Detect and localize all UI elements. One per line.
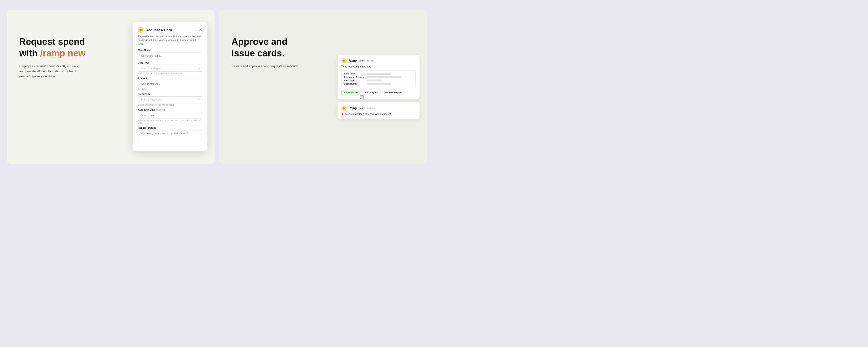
slack-message-1: TK is requesting a new card. bbox=[341, 65, 416, 68]
slack-field-card-name: Card Name: bbox=[344, 72, 413, 75]
right-subtext: Review and approve spend requests in sec… bbox=[231, 64, 299, 69]
frequency-select-wrapper: Select a frequency... bbox=[138, 96, 202, 103]
slack-field-spend-limit: Spend Limit: bbox=[344, 83, 413, 85]
slack-ramp-logo-2: 🐦 bbox=[341, 105, 347, 111]
frequency-label: Frequency bbox=[138, 93, 202, 95]
modal-title-row: 🐦 Request a Card bbox=[138, 27, 172, 33]
modal-close-button[interactable]: ✕ bbox=[199, 28, 202, 32]
modal-header: 🐦 Request a Card ✕ bbox=[138, 27, 202, 33]
heading-line1: Request spend bbox=[19, 37, 85, 47]
cursor-icon bbox=[360, 95, 365, 100]
slack-app-name-1: Ramp bbox=[349, 59, 356, 62]
left-subtext: Employees request spend directly in Slac… bbox=[19, 64, 82, 79]
slack-app-badge-2: APP bbox=[359, 107, 364, 109]
slack-card-1-header: 🐦 Ramp APP 1m ago bbox=[341, 58, 416, 63]
autolock-input[interactable] bbox=[138, 112, 202, 119]
modal-wrapper: 🐦 Request a Card ✕ Request a new card wi… bbox=[133, 22, 207, 151]
card-type-label: Card Type bbox=[138, 61, 202, 64]
slack-app-badge-1: APP bbox=[359, 60, 364, 62]
slack-time-1: 1m ago bbox=[367, 60, 374, 62]
slack-field-card-type: Card Type: bbox=[344, 79, 413, 82]
heading-highlight: /ramp new bbox=[40, 48, 86, 58]
frequency-select[interactable]: Select a frequency... bbox=[138, 96, 202, 103]
card-name-input[interactable] bbox=[138, 53, 202, 59]
left-content: Request spend with /ramp new Employees r… bbox=[19, 24, 86, 79]
slack-messages-wrapper: 🐦 Ramp APP 1m ago TK is requesting a new… bbox=[338, 55, 420, 119]
autolock-label: Auto-lock Date (optional) bbox=[138, 108, 202, 111]
right-heading: Approve and issue cards. bbox=[231, 36, 299, 59]
autolock-optional: (optional) bbox=[156, 108, 166, 111]
ramp-logo-icon: 🐦 bbox=[138, 27, 144, 33]
right-panel: Approve and issue cards. Review and appr… bbox=[219, 10, 427, 164]
frequency-group: Frequency Select a frequency... Select w… bbox=[138, 93, 202, 106]
card-type-select[interactable]: Select a card type... bbox=[138, 65, 202, 71]
frequency-note: Select when the the limit should reset. bbox=[138, 104, 202, 106]
autolock-group: Auto-lock Date (optional) Prevent any ne… bbox=[138, 108, 202, 124]
slack-card-2: 🐦 Ramp APP Just now 🎉 Your request for a… bbox=[338, 102, 420, 119]
main-container: Request spend with /ramp new Employees r… bbox=[7, 10, 427, 164]
slack-field-spend-limit-value bbox=[367, 83, 391, 85]
amount-label: Amount bbox=[138, 77, 202, 80]
card-name-label: Card Name bbox=[138, 49, 202, 52]
slack-field-reason-value bbox=[367, 76, 401, 78]
slack-action-buttons: Approve Card Edit Request Decline Reques… bbox=[341, 90, 416, 95]
slack-message-2: 🎉 Your request for a new card was approv… bbox=[341, 113, 416, 116]
card-name-group: Card Name bbox=[138, 49, 202, 59]
heading-line2: with bbox=[19, 48, 40, 58]
slack-field-reason: Reason for Request: bbox=[344, 76, 413, 78]
approve-card-button[interactable]: Approve Card bbox=[341, 90, 361, 95]
amount-group: Amount Ex. $100 bbox=[138, 77, 202, 90]
slack-field-card-type-value bbox=[367, 80, 382, 82]
modal-title: Request a Card bbox=[146, 28, 172, 32]
modal-description: Request a new card with its own limit an… bbox=[138, 35, 202, 45]
request-details-label: Request Details bbox=[138, 127, 202, 129]
right-heading-line2: issue cards. bbox=[231, 48, 284, 58]
amount-note: Ex. $100 bbox=[138, 88, 202, 90]
slack-app-name-2: Ramp bbox=[349, 106, 356, 110]
slack-card-1: 🐦 Ramp APP 1m ago TK is requesting a new… bbox=[338, 55, 420, 99]
request-details-textarea[interactable] bbox=[138, 130, 202, 142]
decline-request-button[interactable]: Decline Request bbox=[383, 90, 405, 95]
request-details-group: Request Details bbox=[138, 127, 202, 143]
left-panel: Request spend with /ramp new Employees r… bbox=[7, 10, 215, 164]
slack-card-2-header: 🐦 Ramp APP Just now bbox=[341, 105, 416, 111]
card-type-group: Card Type Select a card type... Note: Ma… bbox=[138, 61, 202, 75]
autolock-note: Prevent any new transactions on this car… bbox=[138, 119, 202, 124]
left-heading: Request spend with /ramp new bbox=[19, 36, 86, 59]
card-type-select-wrapper: Select a card type... bbox=[138, 65, 202, 71]
amount-input[interactable] bbox=[138, 81, 202, 87]
edit-request-button[interactable]: Edit Request bbox=[363, 90, 381, 95]
slack-ramp-logo-1: 🐦 bbox=[341, 58, 347, 63]
slack-time-2: Just now bbox=[367, 107, 376, 109]
slack-fields-1: Card Name: Reason for Request: Card Type… bbox=[341, 70, 416, 87]
slack-field-card-name-value bbox=[367, 73, 391, 75]
request-card-modal: 🐦 Request a Card ✕ Request a new card wi… bbox=[133, 22, 207, 151]
right-heading-line1: Approve and bbox=[231, 37, 287, 47]
card-type-note: Note: Maximum one (1) physical card per … bbox=[138, 72, 202, 75]
right-content: Approve and issue cards. Review and appr… bbox=[231, 24, 299, 69]
